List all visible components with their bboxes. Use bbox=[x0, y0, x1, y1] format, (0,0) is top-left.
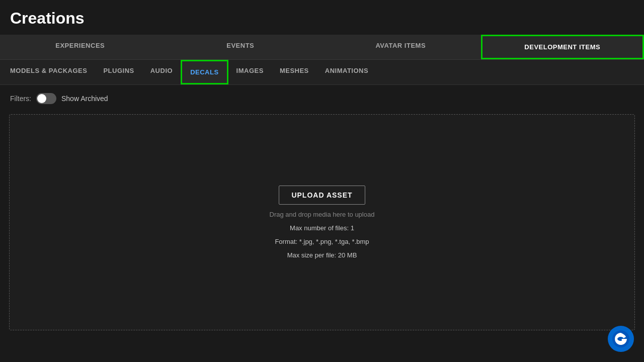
tab-events[interactable]: EVENTS bbox=[160, 35, 321, 59]
subtab-images[interactable]: IMAGES bbox=[228, 60, 272, 84]
show-archived-toggle[interactable] bbox=[36, 93, 56, 104]
filters-section: Filters: Show Archived bbox=[0, 85, 644, 112]
max-size-text: Max size per file: 20 MB bbox=[287, 251, 357, 259]
upload-area[interactable]: UPLOAD ASSET Drag and drop media here to… bbox=[9, 114, 635, 330]
subtab-meshes[interactable]: MESHES bbox=[272, 60, 317, 84]
tab-experiences[interactable]: EXPERIENCES bbox=[0, 35, 160, 59]
max-files-text: Max number of files: 1 bbox=[290, 224, 354, 232]
tab-avatar-items[interactable]: AVATAR ITEMS bbox=[320, 35, 481, 59]
subtab-plugins[interactable]: PLUGINS bbox=[95, 60, 142, 84]
format-text: Format: *.jpg, *.png, *.tga, *.bmp bbox=[275, 238, 369, 245]
subtab-models-packages[interactable]: MODELS & PACKAGES bbox=[2, 60, 95, 84]
subtab-animations[interactable]: ANIMATIONS bbox=[317, 60, 376, 84]
page-title: Creations bbox=[0, 0, 644, 35]
upload-asset-button[interactable]: UPLOAD ASSET bbox=[279, 186, 365, 205]
toggle-track bbox=[36, 93, 56, 104]
top-nav: EXPERIENCES EVENTS AVATAR ITEMS DEVELOPM… bbox=[0, 35, 644, 60]
show-archived-label: Show Archived bbox=[61, 95, 108, 103]
roblox-logo-button[interactable] bbox=[608, 326, 634, 352]
tab-development-items[interactable]: DEVELOPMENT ITEMS bbox=[481, 35, 645, 59]
filters-label: Filters: bbox=[10, 95, 31, 103]
drag-drop-text: Drag and drop media here to upload bbox=[270, 211, 375, 218]
subtab-decals[interactable]: DECALS bbox=[181, 60, 228, 84]
subtab-audio[interactable]: AUDIO bbox=[142, 60, 181, 84]
sub-nav: MODELS & PACKAGES PLUGINS AUDIO DECALS I… bbox=[0, 60, 644, 85]
toggle-thumb bbox=[37, 94, 46, 103]
svg-point-0 bbox=[612, 330, 629, 347]
